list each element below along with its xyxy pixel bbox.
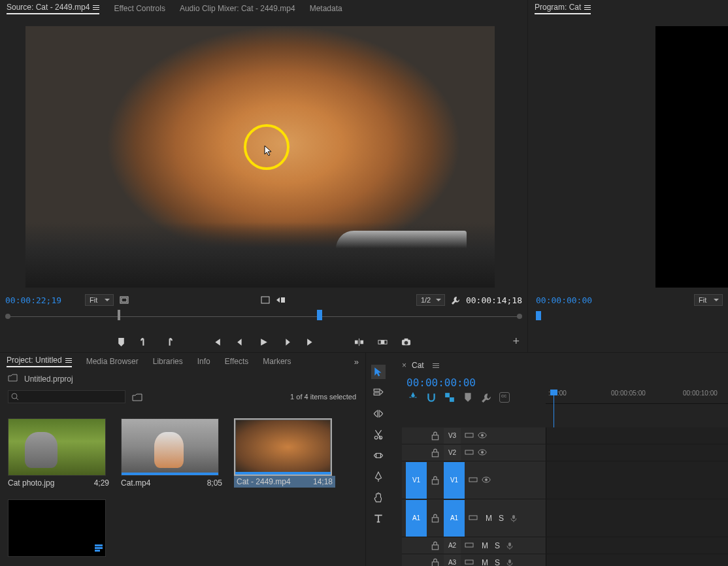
program-current-timecode[interactable]: 00:00:00:00 (536, 295, 592, 305)
panel-menu-icon[interactable] (584, 5, 591, 10)
eye-icon[interactable] (478, 431, 487, 441)
svg-point-24 (481, 434, 484, 437)
lock-icon[interactable] (431, 558, 440, 567)
bin-icon[interactable] (8, 374, 18, 384)
selection-tool[interactable] (371, 365, 386, 379)
tab-project[interactable]: Project: Untitled (7, 356, 72, 367)
tab-audio-clip-mixer[interactable]: Audio Clip Mixer: Cat - 2449.mp4 (180, 4, 295, 13)
timeline-ruler[interactable]: :00:00 00:00:05:00 00:00:10:00 (546, 390, 728, 404)
sync-lock-icon[interactable] (469, 476, 478, 485)
track-a2-target[interactable]: A2 (444, 538, 461, 554)
add-marker-button[interactable] (116, 336, 127, 348)
source-tabs: Source: Cat - 2449.mp4 Effect Controls A… (0, 0, 527, 17)
razor-tool[interactable] (371, 427, 386, 442)
lock-icon[interactable] (431, 476, 440, 485)
tab-source[interactable]: Source: Cat - 2449.mp4 (7, 3, 99, 14)
step-back-button[interactable] (235, 336, 246, 348)
tab-metadata[interactable]: Metadata (310, 4, 342, 13)
lock-icon[interactable] (431, 448, 440, 458)
track-v3-target[interactable]: V3 (444, 428, 461, 444)
in-out-brackets-icon[interactable] (260, 295, 271, 305)
close-sequence-icon[interactable]: × (402, 361, 406, 370)
lock-icon[interactable] (431, 431, 440, 441)
track-select-tool[interactable] (371, 386, 386, 400)
sequence-tab[interactable]: × Cat (402, 361, 439, 370)
source-video-preview[interactable] (25, 26, 495, 288)
project-search-input[interactable] (8, 390, 125, 403)
timeline-settings-icon[interactable] (481, 392, 491, 403)
panel-menu-icon[interactable] (65, 358, 72, 363)
selection-status: 1 of 4 items selected (290, 393, 356, 401)
tab-markers[interactable]: Markers (263, 357, 291, 366)
sync-lock-icon[interactable] (465, 558, 474, 567)
panel-menu-icon[interactable] (433, 363, 439, 368)
pen-tool[interactable] (371, 469, 386, 484)
program-zoom-dropdown[interactable]: Fit (694, 294, 723, 306)
slip-tool[interactable] (371, 448, 386, 463)
sync-lock-icon[interactable] (465, 431, 474, 441)
snap-icon[interactable] (426, 392, 437, 403)
insert-button[interactable] (354, 336, 365, 348)
tab-libraries[interactable]: Libraries (153, 357, 183, 366)
overflow-chevron-icon[interactable]: » (354, 357, 359, 367)
track-a1-target[interactable]: A1 (444, 500, 465, 537)
linked-selection-icon[interactable] (444, 392, 455, 403)
tab-info[interactable]: Info (197, 357, 210, 366)
source-a1-patch[interactable]: A1 (406, 500, 427, 537)
sync-lock-icon[interactable] (469, 514, 478, 523)
timeline-current-timecode[interactable]: 00:00:00:00 (406, 376, 476, 389)
play-button[interactable] (258, 336, 270, 348)
caption-track-icon[interactable]: cc (499, 392, 510, 403)
program-video-preview[interactable] (655, 26, 728, 288)
tab-effect-controls[interactable]: Effect Controls (114, 4, 165, 13)
mark-in-button[interactable] (139, 336, 151, 348)
go-to-out-button[interactable] (305, 336, 317, 348)
project-item-cat-photo[interactable]: Cat photo.jpg4;29 (8, 418, 109, 488)
source-current-timecode[interactable]: 00:00:22;19 (5, 295, 61, 305)
track-v2: V2 (402, 444, 728, 461)
track-v1-target[interactable]: V1 (444, 462, 465, 499)
source-resolution-dropdown[interactable]: 1/2 (416, 294, 445, 306)
project-item-cat-2449[interactable]: Cat - 2449.mp414;18 (234, 418, 335, 488)
nest-icon[interactable] (408, 392, 418, 403)
safe-margins-icon[interactable] (119, 295, 129, 305)
overwrite-button[interactable] (377, 336, 389, 348)
eye-icon[interactable] (478, 448, 487, 458)
hand-tool[interactable] (371, 490, 386, 505)
export-frame-button[interactable] (401, 336, 412, 348)
settings-wrench-icon[interactable] (450, 295, 461, 305)
marker-icon[interactable] (463, 392, 473, 403)
sync-lock-icon[interactable] (465, 541, 474, 550)
panel-menu-icon[interactable] (93, 5, 99, 10)
track-v2-target[interactable]: V2 (444, 445, 461, 461)
eye-icon[interactable] (482, 476, 491, 485)
step-forward-button[interactable] (282, 336, 293, 348)
source-in-point[interactable] (118, 310, 120, 320)
project-item-cat-mp4[interactable]: Cat.mp48;05 (121, 418, 222, 488)
project-filename: Untitled.prproj (24, 375, 73, 384)
go-to-in-button[interactable] (211, 336, 223, 348)
project-item-sequence[interactable] (8, 499, 109, 557)
source-playhead[interactable] (317, 310, 322, 320)
type-tool[interactable] (371, 511, 386, 525)
tab-effects[interactable]: Effects (225, 357, 248, 366)
drag-video-icon[interactable] (276, 295, 286, 305)
lock-icon[interactable] (431, 514, 440, 523)
track-a3-target[interactable]: A3 (444, 555, 461, 567)
program-playhead[interactable] (536, 311, 541, 320)
source-v1-patch[interactable]: V1 (406, 462, 427, 499)
tab-program[interactable]: Program: Cat (535, 3, 591, 14)
mic-icon[interactable] (506, 559, 513, 567)
lock-icon[interactable] (431, 541, 440, 550)
mark-out-button[interactable] (163, 336, 174, 348)
mic-icon[interactable] (506, 542, 513, 550)
source-time-ruler[interactable] (5, 310, 522, 325)
new-bin-icon[interactable] (132, 391, 142, 402)
ripple-edit-tool[interactable] (371, 407, 386, 421)
tab-media-browser[interactable]: Media Browser (86, 357, 139, 366)
mic-icon[interactable] (510, 514, 517, 522)
button-editor-plus[interactable]: + (512, 335, 520, 348)
sync-lock-icon[interactable] (465, 448, 474, 458)
program-time-ruler[interactable] (536, 311, 723, 324)
source-zoom-dropdown[interactable]: Fit (85, 294, 114, 306)
